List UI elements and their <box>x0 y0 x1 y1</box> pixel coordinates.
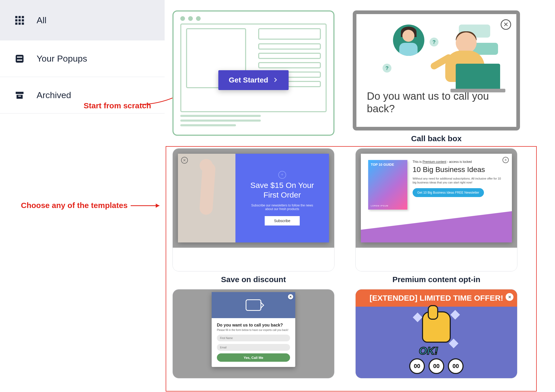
svg-rect-7 <box>19 22 21 25</box>
premium-cta-button: Get 10 Big Business Ideas FREE Newslette… <box>413 188 484 197</box>
template-title-callback: Call back box <box>411 134 461 143</box>
template-limited-offer[interactable]: ✕ [EXTENDED] LIMITED TIME OFFER! OK! 00 … <box>355 289 517 378</box>
premium-book-label: TOP 10 GUIDE <box>368 160 407 169</box>
template-callback-box[interactable]: ✕ ? ? Do you want us to call you back? <box>353 10 520 130</box>
svg-rect-6 <box>15 22 17 25</box>
svg-rect-9 <box>16 55 24 63</box>
close-icon: ✕ <box>288 294 293 299</box>
svg-rect-8 <box>22 22 24 25</box>
templates-area: Get Started ✕ ? ? <box>170 0 546 378</box>
get-started-button[interactable]: Get Started <box>218 70 289 90</box>
close-icon: ✕ <box>502 157 509 163</box>
callback-illustration: ? ? <box>367 22 506 90</box>
svg-rect-0 <box>15 16 17 18</box>
plus-icon: + <box>278 171 286 179</box>
timer-circle: 00 <box>409 358 425 374</box>
email-field: Email <box>217 344 290 351</box>
grid-icon <box>13 14 26 27</box>
premium-meta-suffix: - access is locked <box>446 160 472 164</box>
arrow-choose-templates <box>131 202 165 210</box>
sidebar: All Your Popups Archived <box>0 0 165 392</box>
annotation-choose-templates: Choose any of the templates <box>21 201 128 210</box>
template-save-discount[interactable]: ✕ + Save $15 On Your First Order Subscri… <box>172 148 334 271</box>
timer-circle: 00 <box>448 358 464 374</box>
premium-book-sub: LOREM IPSUM <box>371 205 388 207</box>
svg-rect-2 <box>22 16 24 18</box>
limited-offer-banner: [EXTENDED] LIMITED TIME OFFER! <box>356 289 517 307</box>
sidebar-label-your-popups: Your Popups <box>37 54 87 64</box>
svg-rect-10 <box>17 56 22 57</box>
save-discount-sub: Subscribe our newsletters to follow the … <box>243 204 321 211</box>
ok-sticker: OK! <box>414 311 459 356</box>
callback-headline: Do you want us to call you back? <box>367 90 506 115</box>
premium-heading: 10 Big Business Ideas <box>413 165 505 174</box>
wireframe-dots <box>180 16 327 21</box>
mail-icon <box>246 299 261 311</box>
first-name-field: First Name <box>217 335 290 341</box>
svg-rect-14 <box>18 96 21 96</box>
countdown-timers: 00 00 00 <box>356 358 517 374</box>
svg-rect-4 <box>19 19 21 21</box>
sidebar-label-all: All <box>37 15 47 25</box>
archive-icon <box>13 89 26 102</box>
sidebar-label-archived: Archived <box>37 90 71 100</box>
template-title-save-discount: Save on discount <box>221 275 286 284</box>
premium-desc: Without any need for additional subscrip… <box>413 177 505 185</box>
premium-meta: This is Premium content - access is lock… <box>413 160 505 164</box>
wireframe-body <box>180 23 327 112</box>
template-premium-content[interactable]: ✕ TOP 10 GUIDE LOREM IPSUM This is Premi… <box>355 148 517 271</box>
chevron-right-icon <box>273 76 278 84</box>
subscribe-button: Subscribe <box>265 216 300 225</box>
svg-rect-1 <box>19 16 21 18</box>
template-title-premium: Premium content opt-in <box>392 275 481 284</box>
save-discount-heading: Save $15 On Your First Order <box>243 180 321 200</box>
popups-icon <box>13 52 26 65</box>
svg-rect-11 <box>17 60 22 61</box>
yes-call-me-button: Yes, Call Me <box>217 353 290 362</box>
timer-circle: 00 <box>429 358 444 374</box>
premium-book-cover: TOP 10 GUIDE LOREM IPSUM <box>368 160 407 210</box>
close-icon: ✕ <box>181 157 188 164</box>
close-icon: ✕ <box>506 293 513 301</box>
callback-form-header <box>212 292 295 318</box>
svg-rect-13 <box>16 95 22 99</box>
svg-rect-12 <box>16 92 24 94</box>
callback-form-heading: Do you want us to call you back? <box>217 323 290 328</box>
sidebar-item-all[interactable]: All <box>0 0 165 40</box>
svg-rect-5 <box>22 19 24 21</box>
template-get-started[interactable]: Get Started <box>172 10 334 136</box>
premium-meta-prefix: This is <box>413 160 423 164</box>
template-callback-form[interactable]: ✕ Do you want us to call you back? Pleas… <box>172 289 334 378</box>
premium-meta-link: Premium content <box>423 160 446 164</box>
get-started-label: Get Started <box>229 76 268 84</box>
save-discount-image: ✕ <box>178 154 235 242</box>
callback-form-sub: Please fill in the form below to have ou… <box>217 329 290 331</box>
ok-text: OK! <box>419 345 438 357</box>
svg-rect-3 <box>15 19 17 21</box>
